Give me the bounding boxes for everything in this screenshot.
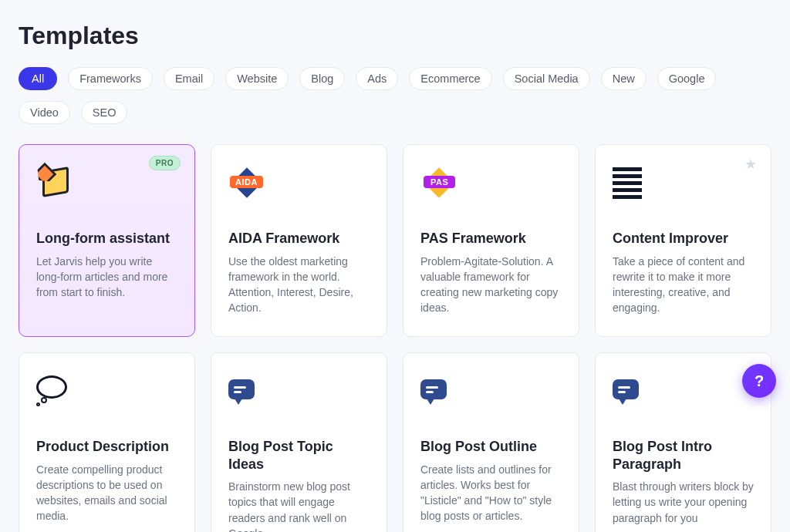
pas-icon: PAS [420,162,562,204]
page-title: Templates [19,22,771,50]
filter-social-media[interactable]: Social Media [503,67,590,90]
card-desc: Brainstorm new blog post topics that wil… [228,479,370,532]
pro-badge: PRO [149,156,181,170]
template-grid: PRO Long-form assistant Let Jarvis help … [19,144,771,532]
filter-bar: All Frameworks Email Website Blog Ads Ec… [19,67,771,124]
filter-frameworks[interactable]: Frameworks [68,67,153,90]
card-desc: Problem-Agitate-Solution. A valuable fra… [420,254,562,316]
card-desc: Blast through writers block by letting u… [613,479,754,526]
filter-blog[interactable]: Blog [299,67,345,90]
filter-seo[interactable]: SEO [81,101,128,124]
card-title: Product Description [36,438,177,456]
card-title: Blog Post Outline [420,438,562,456]
card-content-improver[interactable]: ★ Content Improver Take a piece of conte… [595,144,771,337]
filter-email[interactable]: Email [164,67,214,90]
card-long-form-assistant[interactable]: PRO Long-form assistant Let Jarvis help … [19,144,195,337]
card-title: Content Improver [613,230,754,247]
card-desc: Create lists and outlines for articles. … [420,462,562,524]
aida-icon: AIDA [228,162,370,204]
card-title: AIDA Framework [228,230,370,247]
help-button[interactable]: ? [742,364,776,398]
card-blog-outline[interactable]: Blog Post Outline Create lists and outli… [403,352,579,532]
card-title: Long-form assistant [36,230,177,247]
card-pas-framework[interactable]: PAS PAS Framework Problem-Agitate-Soluti… [403,144,579,337]
filter-ecommerce[interactable]: Ecommerce [409,67,491,90]
card-blog-topic-ideas[interactable]: Blog Post Topic Ideas Brainstorm new blo… [211,352,387,532]
card-title: Blog Post Intro Paragraph [613,438,754,473]
filter-all[interactable]: All [19,67,57,90]
chat-icon [228,370,370,412]
filter-video[interactable]: Video [19,101,70,124]
card-desc: Use the oldest marketing framework in th… [228,254,370,316]
card-product-description[interactable]: Product Description Create compelling pr… [19,352,195,532]
filter-new[interactable]: New [601,67,647,90]
card-desc: Let Jarvis help you write long-form arti… [36,254,177,301]
card-title: Blog Post Topic Ideas [228,438,370,473]
card-desc: Create compelling product descriptions t… [36,462,177,524]
star-icon[interactable]: ★ [744,156,757,173]
filter-ads[interactable]: Ads [356,67,398,90]
filter-google[interactable]: Google [657,67,717,90]
chat-icon [613,370,754,412]
content-improver-icon [613,162,754,204]
card-aida-framework[interactable]: AIDA AIDA Framework Use the oldest marke… [211,144,387,337]
card-title: PAS Framework [420,230,562,247]
chat-icon [420,370,562,412]
filter-website[interactable]: Website [225,67,289,90]
thought-bubble-icon [36,370,177,412]
card-desc: Take a piece of content and rewrite it t… [613,254,754,316]
